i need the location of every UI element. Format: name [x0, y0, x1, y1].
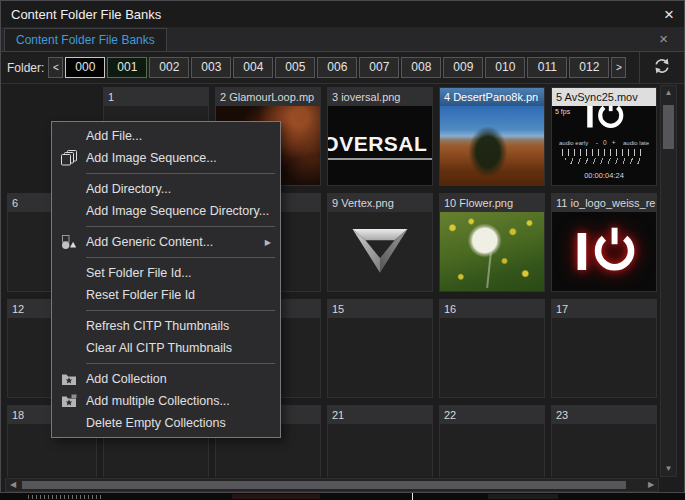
avsync-tick-scale-diagonal	[565, 158, 643, 164]
folder-button-004[interactable]: 004	[233, 57, 273, 78]
cell-body-empty	[440, 424, 544, 477]
folder-button-000[interactable]: 000	[65, 57, 105, 78]
grid-cell-16[interactable]: 16	[439, 299, 545, 398]
ioversal-underline	[328, 158, 432, 160]
cell-body-empty	[328, 318, 432, 397]
io-power-logo-icon	[583, 106, 625, 133]
refresh-button[interactable]	[640, 57, 684, 79]
folder-button-009[interactable]: 009	[443, 57, 483, 78]
submenu-arrow-icon: ▶	[265, 238, 271, 247]
vertical-scroll-thumb[interactable]	[663, 105, 674, 149]
cell-header: 9 Vertex.png	[328, 194, 432, 212]
folder-button-001[interactable]: 001	[107, 57, 147, 78]
vertical-scrollbar[interactable]: ▲ ▼	[660, 85, 677, 477]
cell-header: 1	[104, 88, 208, 106]
menu-separator	[86, 363, 275, 364]
background-playhead-line	[412, 493, 413, 500]
menu-item-add-file[interactable]: Add File...	[52, 125, 280, 147]
folder-next-button[interactable]: >	[611, 57, 626, 78]
avsync-audio-row: audio early - 0 + audio late	[552, 139, 656, 146]
menu-item-reset-folder-file-id[interactable]: Reset Folder File Id	[52, 284, 280, 306]
audio-plus: +	[612, 139, 616, 146]
avsync-timecode: 00:00:04:24	[552, 171, 656, 180]
flower-thumbnail	[440, 212, 544, 291]
menu-item-refresh-citp-thumbnails[interactable]: Refresh CITP Thumbnails	[52, 315, 280, 337]
avsync-fps-label: 5 fps	[555, 108, 570, 115]
grid-cell-5-avsync[interactable]: 5 AvSync25.mov 5 fps audio early - 0 +	[551, 87, 657, 186]
image-sequence-icon	[59, 150, 79, 166]
grid-cell-4-desertpano-selected[interactable]: 4 DesertPano8k.pn	[439, 87, 545, 186]
folder-button-002[interactable]: 002	[149, 57, 189, 78]
grid-cell-9-vertex[interactable]: 9 Vertex.png	[327, 193, 433, 292]
tab-content-folder-file-banks[interactable]: Content Folder File Banks	[4, 28, 167, 51]
scroll-right-button[interactable]: ▶	[644, 479, 658, 491]
menu-item-add-image-sequence[interactable]: Add Image Sequence...	[52, 147, 280, 169]
menu-item-add-multiple-collections[interactable]: Add multiple Collections...	[52, 390, 280, 412]
folder-button-007[interactable]: 007	[359, 57, 399, 78]
folder-button-012[interactable]: 012	[569, 57, 609, 78]
io-logo-thumbnail	[552, 212, 656, 291]
menu-item-add-generic-content[interactable]: Add Generic Content... ▶	[52, 231, 280, 253]
window-close-icon[interactable]: ×	[664, 6, 674, 23]
grid-cell-22[interactable]: 22	[439, 405, 545, 477]
avsync-thumbnail: 5 fps audio early - 0 + audio late	[552, 106, 656, 185]
cell-header: 3 ioversal.png	[328, 88, 432, 106]
folder-prev-button[interactable]: <	[48, 57, 63, 78]
background-segment	[232, 494, 320, 499]
menu-item-add-image-sequence-directory[interactable]: Add Image Sequence Directory...	[52, 200, 280, 222]
grid-cell-3-ioversal[interactable]: 3 ioversal.png IOVERSAL	[327, 87, 433, 186]
vertex-thumbnail	[328, 212, 432, 291]
cell-body-empty	[552, 318, 656, 397]
folder-label: Folder:	[7, 61, 44, 75]
io-power-logo-glow-icon	[571, 227, 637, 276]
menu-item-clear-all-citp-thumbnails[interactable]: Clear All CITP Thumbnails	[52, 337, 280, 359]
cell-header-selected: 4 DesertPano8k.pn	[440, 88, 544, 106]
vertical-scroll-track[interactable]	[661, 100, 676, 462]
scroll-up-button[interactable]: ▲	[661, 86, 676, 100]
folder-button-003[interactable]: 003	[191, 57, 231, 78]
folder-button-010[interactable]: 010	[485, 57, 525, 78]
grid-cell-10-flower[interactable]: 10 Flower.png	[439, 193, 545, 292]
folder-button-008[interactable]: 008	[401, 57, 441, 78]
grid-cell-21[interactable]: 21	[327, 405, 433, 477]
tab-label: Content Folder File Banks	[16, 33, 155, 47]
audio-late-label: audio late	[623, 140, 649, 146]
grid-cell-17[interactable]: 17	[551, 299, 657, 398]
menu-item-delete-empty-collections[interactable]: Delete Empty Collections	[52, 412, 280, 434]
context-menu: Add File... Add Image Sequence... Add Di…	[51, 121, 281, 438]
menu-separator	[86, 173, 275, 174]
horizontal-scroll-track[interactable]	[20, 479, 644, 491]
background-ruler-marks	[28, 495, 103, 499]
avsync-tick-scale	[562, 149, 646, 156]
tab-bar: Content Folder File Banks ×	[1, 27, 684, 52]
ioversal-wordmark: IOVERSAL	[328, 132, 427, 156]
cell-header: 15	[328, 300, 432, 318]
audio-early-label: audio early	[559, 140, 588, 146]
ioversal-thumbnail: IOVERSAL	[328, 106, 432, 185]
horizontal-scroll-thumb[interactable]	[22, 481, 626, 489]
grid-cell-23[interactable]: 23	[551, 405, 657, 477]
menu-separator	[86, 310, 275, 311]
grid-cell-15[interactable]: 15	[327, 299, 433, 398]
add-multiple-collections-icon	[59, 393, 79, 409]
folder-button-011[interactable]: 011	[527, 57, 567, 78]
scroll-down-button[interactable]: ▼	[661, 462, 676, 476]
cell-header: 21	[328, 406, 432, 424]
menu-item-add-collection[interactable]: Add Collection	[52, 368, 280, 390]
scroll-left-button[interactable]: ◀	[6, 479, 20, 491]
cell-header-hover: 5 AvSync25.mov	[552, 88, 656, 106]
vertex-logo-icon	[346, 224, 414, 280]
folder-button-006[interactable]: 006	[317, 57, 357, 78]
cell-body-empty	[552, 424, 656, 477]
horizontal-scrollbar[interactable]: ◀ ▶	[5, 478, 659, 492]
menu-item-set-folder-file-id[interactable]: Set Folder File Id...	[52, 262, 280, 284]
title-bar: Content Folder File Banks ×	[1, 1, 684, 27]
folder-button-005[interactable]: 005	[275, 57, 315, 78]
folder-bar: Folder: < 000 001 002 003 004 005 006 00…	[1, 52, 684, 84]
grid-cell-11-io-logo[interactable]: 11 io_logo_weiss_re	[551, 193, 657, 292]
menu-item-add-directory[interactable]: Add Directory...	[52, 178, 280, 200]
tab-close-icon[interactable]: ×	[659, 31, 668, 46]
cell-header: 11 io_logo_weiss_re	[552, 194, 656, 212]
background-app-sliver	[0, 493, 685, 500]
cell-header: 17	[552, 300, 656, 318]
